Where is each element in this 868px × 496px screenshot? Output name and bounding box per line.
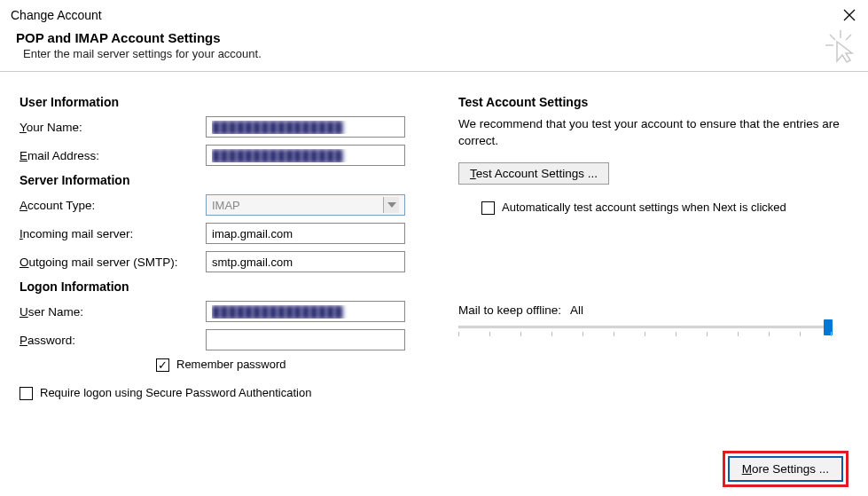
auto-test-label: Automatically test account settings when… bbox=[502, 201, 786, 214]
more-settings-highlight: More Settings ... bbox=[723, 451, 848, 487]
spa-checkbox[interactable] bbox=[20, 387, 33, 400]
your-name-input[interactable] bbox=[206, 116, 405, 138]
close-icon bbox=[843, 9, 856, 21]
password-label: Password: bbox=[20, 334, 206, 347]
svg-line-3 bbox=[830, 35, 835, 40]
page-title: POP and IMAP Account Settings bbox=[16, 30, 852, 45]
svg-line-4 bbox=[846, 35, 851, 40]
user-info-heading: User Information bbox=[20, 95, 423, 109]
server-info-heading: Server Information bbox=[20, 173, 423, 187]
user-name-input[interactable] bbox=[206, 301, 405, 322]
test-settings-heading: Test Account Settings bbox=[458, 95, 848, 109]
account-type-label: Account Type: bbox=[20, 199, 206, 212]
mail-offline-slider[interactable] bbox=[458, 324, 831, 345]
your-name-label: Your Name: bbox=[20, 121, 206, 134]
page-subtitle: Enter the mail server settings for your … bbox=[23, 47, 852, 60]
mail-offline-value: All bbox=[570, 303, 583, 317]
more-settings-button[interactable]: More Settings ... bbox=[728, 456, 843, 482]
email-label: Email Address: bbox=[20, 149, 206, 162]
account-type-select: IMAP bbox=[206, 194, 405, 216]
user-name-label: User Name: bbox=[20, 305, 206, 319]
mail-offline-label: Mail to keep offline:All bbox=[458, 303, 848, 317]
auto-test-checkbox[interactable] bbox=[481, 201, 495, 215]
password-input[interactable] bbox=[206, 329, 405, 350]
incoming-server-label: Incoming mail server: bbox=[20, 227, 206, 240]
window-title: Change Account bbox=[11, 8, 102, 22]
account-type-value: IMAP bbox=[212, 199, 240, 212]
chevron-down-icon bbox=[383, 197, 399, 213]
remember-password-checkbox[interactable] bbox=[156, 358, 169, 372]
remember-password-label: Remember password bbox=[176, 358, 286, 371]
incoming-server-input[interactable] bbox=[206, 223, 405, 244]
cursor-decoration-icon bbox=[825, 30, 856, 68]
outgoing-server-input[interactable] bbox=[206, 251, 405, 272]
outgoing-server-label: Outgoing mail server (SMTP): bbox=[20, 256, 206, 269]
spa-label: Require logon using Secure Password Auth… bbox=[40, 386, 311, 399]
test-account-button[interactable]: Test Account Settings ... bbox=[458, 162, 609, 185]
close-button[interactable] bbox=[841, 7, 857, 23]
test-settings-desc: We recommend that you test your account … bbox=[458, 116, 848, 150]
email-input[interactable] bbox=[206, 145, 405, 166]
logon-info-heading: Logon Information bbox=[20, 279, 423, 294]
